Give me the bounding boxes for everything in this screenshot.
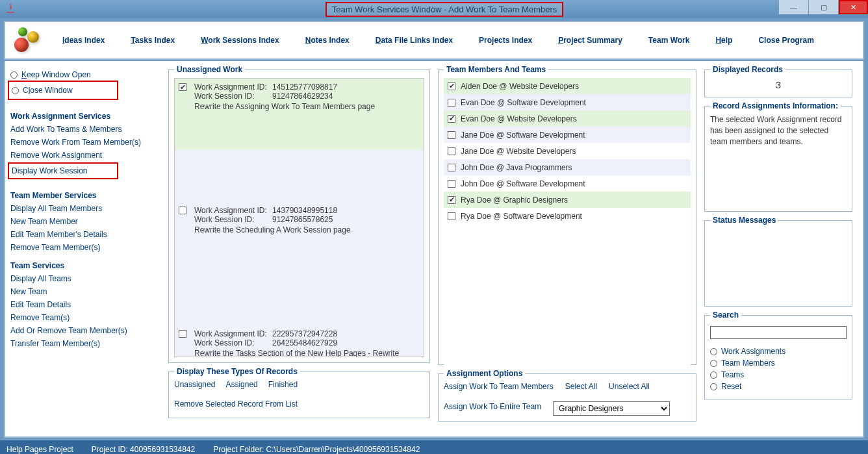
close-window-button[interactable]: ✕ (839, 0, 868, 14)
team-select[interactable]: Graphic Designers (553, 401, 670, 416)
menu-team-work[interactable]: Team Work (648, 36, 690, 45)
member-row[interactable]: Evan Doe @ Website Developers (444, 110, 691, 127)
link-display-all-members[interactable]: Display All Team Members (10, 204, 159, 213)
link-edit-member-details[interactable]: Edit Team Member's Details (10, 230, 159, 239)
checkbox-icon[interactable] (179, 330, 186, 338)
work-item[interactable]: Work Assignment ID:145125777098817 Work … (175, 79, 424, 150)
member-row[interactable]: Aiden Doe @ Website Developers (444, 78, 691, 94)
link-new-team-member[interactable]: New Team Member (10, 217, 159, 226)
member-row[interactable]: Rya Doe @ Graphic Designers (444, 192, 691, 208)
menu-close-program[interactable]: Close Program (758, 36, 813, 45)
menu-ideas-index[interactable]: Ideas Index (62, 36, 105, 45)
label-wa-id: Work Assignment ID: (194, 206, 272, 215)
fieldset-search: Search Work Assignments Team Members Tea… (704, 310, 852, 399)
filter-unassigned[interactable]: Unassigned (174, 380, 215, 389)
menu-work-sessions-index[interactable]: Work Sessions Index (201, 36, 279, 45)
displayed-count: 3 (710, 78, 847, 92)
checkbox-icon[interactable] (448, 99, 455, 107)
maximize-button[interactable]: ▢ (809, 0, 838, 14)
radio-keep-window-open[interactable]: Keep Window Open (10, 70, 159, 79)
checkbox-icon[interactable] (448, 164, 455, 171)
fieldset-displayed-records: Displayed Records 3 (704, 65, 852, 97)
checkbox-icon[interactable] (448, 180, 455, 188)
fieldset-display-types: Display These Types Of Records Unassigne… (168, 367, 430, 418)
fieldset-assignment-options: Assignment Options Assign Work To Team M… (438, 369, 696, 422)
link-select-all[interactable]: Select All (565, 382, 597, 391)
checkbox-icon[interactable] (448, 212, 455, 220)
member-label: Jane Doe @ Software Development (461, 131, 585, 140)
work-description: Rewrite the Assigning Work To Team Membe… (194, 102, 402, 111)
filter-finished[interactable]: Finished (268, 380, 298, 389)
label-wa-id: Work Assignment ID: (194, 82, 272, 92)
java-app-icon (4, 3, 17, 16)
checkbox-icon[interactable] (448, 131, 455, 139)
search-opt-work-assignments[interactable]: Work Assignments (710, 347, 847, 356)
link-assign-to-members[interactable]: Assign Work To Team Members (444, 382, 554, 391)
link-new-team[interactable]: New Team (10, 287, 159, 296)
menu-project-summary[interactable]: Project Summary (558, 36, 622, 45)
section-work-assignment-services: Work Assignment Services (10, 112, 159, 121)
checkbox-icon[interactable] (448, 115, 455, 123)
link-assign-to-team[interactable]: Assign Work To Entire Team (444, 402, 541, 411)
radio-icon (710, 360, 717, 367)
menu-notes-index[interactable]: Notes Index (305, 36, 350, 45)
link-unselect-all[interactable]: Unselect All (609, 382, 650, 391)
member-row[interactable]: Rya Doe @ Software Development (444, 208, 691, 224)
record-info-text: The selected Work Assignment record has … (710, 114, 847, 147)
member-label: John Doe @ Software Development (461, 179, 585, 188)
checkbox-icon[interactable] (448, 196, 455, 204)
link-add-remove-team-members[interactable]: Add Or Remove Team Member(s) (10, 326, 159, 335)
checkbox-icon[interactable] (448, 82, 455, 90)
search-opt-team-members[interactable]: Team Members (710, 359, 847, 368)
link-remove-team-members[interactable]: Remove Team Member(s) (10, 243, 159, 252)
value-wa-id: 145125777098817 (272, 82, 337, 92)
legend-displayed-records: Displayed Records (710, 65, 785, 74)
statusbar: Help Pages Project Project ID: 400956931… (0, 440, 868, 454)
member-row[interactable]: John Doe @ Java Programmers (444, 159, 691, 175)
filter-assigned[interactable]: Assigned (225, 380, 257, 389)
menu-tasks-index[interactable]: Tasks Index (131, 36, 175, 45)
label-ws-id: Work Session ID: (194, 215, 272, 224)
member-label: John Doe @ Java Programmers (461, 163, 572, 172)
menu-projects-index[interactable]: Projects Index (479, 36, 532, 45)
search-input[interactable] (710, 326, 847, 339)
checkbox-icon[interactable] (448, 147, 455, 155)
sidebar: Keep Window Open Close Window Work Assig… (5, 61, 164, 436)
member-row[interactable]: Jane Doe @ Website Developers (444, 143, 691, 159)
link-remove-work-from-members[interactable]: Remove Work From Team Member(s) (10, 138, 159, 147)
section-team-member-services: Team Member Services (10, 191, 159, 200)
app-logo-icon (10, 27, 43, 53)
link-transfer-team-members[interactable]: Transfer Team Member(s) (10, 339, 159, 348)
menu-data-file-links-index[interactable]: Data File Links Index (376, 36, 453, 45)
link-remove-work-assignment[interactable]: Remove Work Assignment (10, 151, 159, 160)
member-row[interactable]: Evan Doe @ Software Development (444, 94, 691, 110)
legend-unassigned-work: Unassigned Work (174, 65, 245, 74)
link-edit-team-details[interactable]: Edit Team Details (10, 300, 159, 309)
link-display-all-teams[interactable]: Display All Teams (10, 274, 159, 283)
checkbox-icon[interactable] (179, 83, 186, 91)
member-row[interactable]: Jane Doe @ Software Development (444, 127, 691, 143)
search-opt-teams[interactable]: Teams (710, 370, 847, 379)
member-row[interactable]: John Doe @ Software Development (444, 175, 691, 192)
fieldset-unassigned-work: Unassigned Work Work Assignment ID:14512… (168, 65, 430, 363)
link-remove-selected-record[interactable]: Remove Selected Record From List (174, 399, 424, 409)
search-opt-reset[interactable]: Reset (710, 382, 847, 391)
checkbox-icon[interactable] (179, 207, 186, 214)
link-remove-teams[interactable]: Remove Team(s) (10, 313, 159, 322)
menubar: Ideas Index Tasks Index Work Sessions In… (4, 21, 864, 60)
legend-record-info: Record Assignments Information: (710, 101, 841, 110)
minimize-button[interactable]: — (779, 0, 808, 14)
menu-help[interactable]: Help (715, 36, 732, 45)
label-ws-id: Work Session ID: (194, 92, 272, 101)
work-item[interactable]: Work Assignment ID:143790348995118 Work … (175, 202, 424, 273)
link-add-work-to-teams[interactable]: Add Work To Teams & Members (10, 125, 159, 134)
radio-icon (710, 383, 717, 390)
value-ws-id: 91247864629234 (272, 92, 333, 101)
fieldset-record-info: Record Assignments Information: The sele… (704, 101, 852, 212)
radio-close-window[interactable]: Close Window (12, 86, 114, 95)
link-display-work-session[interactable]: Display Work Session (12, 166, 114, 175)
unassigned-work-list[interactable]: Work Assignment ID:145125777098817 Work … (174, 78, 424, 357)
work-item[interactable]: Work Assignment ID:222957372947228 Work … (175, 325, 424, 357)
fieldset-status-messages: Status Messages (704, 216, 852, 307)
legend-status-messages: Status Messages (710, 216, 778, 225)
